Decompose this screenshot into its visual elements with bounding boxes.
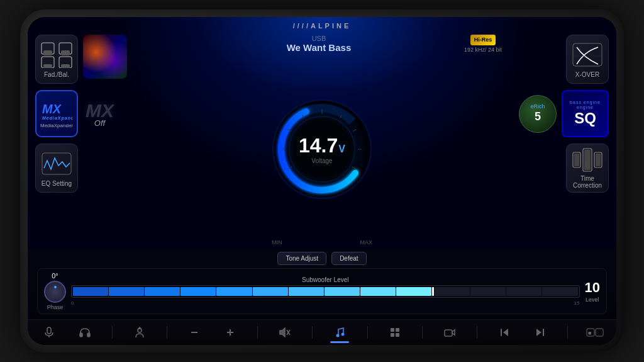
svg-rect-3 bbox=[61, 50, 70, 55]
seg-14 bbox=[506, 287, 541, 296]
screen: ////ALPINE bbox=[28, 17, 616, 345]
eq-setting-button[interactable]: EQ Setting bbox=[35, 144, 78, 193]
defeat-button[interactable]: Defeat bbox=[331, 252, 366, 265]
erich-label: eRich bbox=[530, 103, 545, 110]
gauge-min-max: MIN MAX bbox=[272, 239, 372, 246]
nav-divider-1 bbox=[112, 326, 113, 339]
tone-defeat-buttons: Tone Adjust Defeat bbox=[277, 252, 366, 265]
seg-12 bbox=[435, 287, 470, 296]
right-panels: X-OVER eRich 5 bass engine engine SQ bbox=[514, 35, 609, 216]
svg-rect-7 bbox=[61, 64, 70, 68]
bass-engine-mode: SQ bbox=[574, 110, 596, 127]
track-info: USB We Want Bass bbox=[287, 35, 352, 53]
track-name: We Want Bass bbox=[287, 42, 352, 53]
track-source: USB bbox=[287, 35, 352, 42]
svg-text:MX: MX bbox=[42, 102, 62, 116]
mx-icon-text: MX MediaXpander bbox=[41, 99, 72, 123]
seg-5 bbox=[216, 287, 252, 296]
tone-adjust-button[interactable]: Tone Adjust bbox=[277, 252, 326, 265]
nav-mute-icon[interactable] bbox=[276, 324, 294, 341]
nav-grid-icon[interactable] bbox=[386, 324, 404, 341]
svg-rect-51 bbox=[396, 333, 399, 337]
bass-engine-button[interactable]: bass engine engine SQ bbox=[562, 90, 609, 137]
eq-label: EQ Setting bbox=[42, 180, 72, 187]
phase-label: Phase bbox=[47, 304, 64, 310]
nav-settings-icon[interactable]: ■ bbox=[586, 324, 604, 341]
nav-cam-icon[interactable] bbox=[441, 324, 458, 341]
nav-minus-icon[interactable] bbox=[186, 324, 203, 341]
gauge-number: 14.7 bbox=[299, 134, 338, 157]
level-display: 10 Level bbox=[585, 280, 600, 303]
xover-area: X-OVER bbox=[514, 35, 609, 84]
svg-rect-59 bbox=[596, 329, 603, 336]
svg-rect-48 bbox=[391, 328, 394, 332]
gauge-min: MIN bbox=[272, 239, 282, 246]
nav-skip-next-icon[interactable] bbox=[531, 324, 549, 341]
seg-8 bbox=[325, 287, 360, 296]
phase-knob-circle[interactable] bbox=[44, 281, 66, 303]
seg-4 bbox=[180, 287, 216, 296]
xover-button[interactable]: X-OVER bbox=[566, 35, 609, 84]
center-top-row: USB We Want Bass Hi-Res 192 kHz/ 24 bit bbox=[142, 35, 502, 53]
mx-off-area: MX Off bbox=[86, 100, 114, 128]
mediaxpander-button[interactable]: MX MediaXpander MediaXpander bbox=[35, 90, 78, 137]
seg-9 bbox=[360, 287, 396, 296]
svg-text:■: ■ bbox=[588, 330, 591, 336]
nav-divider-6 bbox=[422, 326, 423, 339]
gauge-value-display: 14.7 V Voltage bbox=[299, 134, 345, 164]
nav-skip-prev-icon[interactable] bbox=[496, 324, 513, 341]
nav-headphone-icon[interactable] bbox=[76, 324, 94, 341]
album-art[interactable] bbox=[83, 35, 127, 79]
time-correction-label: Time Correction bbox=[572, 175, 603, 189]
slider-segments bbox=[72, 286, 579, 297]
level-label: Level bbox=[586, 297, 599, 303]
slider-handle bbox=[432, 287, 434, 296]
phase-knob: 0° Phase bbox=[44, 272, 66, 310]
sub-title: Subwoofer Level bbox=[71, 276, 580, 283]
svg-rect-1 bbox=[43, 50, 52, 55]
sub-slider-bar[interactable] bbox=[71, 285, 580, 298]
erich-button[interactable]: eRich 5 bbox=[519, 95, 557, 133]
svg-text:MediaXpander: MediaXpander bbox=[42, 116, 72, 121]
slider-min-label: 0 bbox=[71, 300, 74, 306]
svg-marker-43 bbox=[280, 328, 285, 337]
tone-defeat-row: Tone Adjust Defeat bbox=[37, 252, 607, 265]
brand-logo: ////ALPINE bbox=[293, 22, 352, 30]
center-col: USB We Want Bass Hi-Res 192 kHz/ 24 bit bbox=[136, 35, 508, 246]
nav-mic-icon[interactable] bbox=[40, 324, 58, 341]
slider-max-label: 15 bbox=[574, 300, 580, 306]
gauge-container: 14.7 V Voltage bbox=[269, 96, 375, 203]
seg-3 bbox=[145, 287, 180, 296]
xover-label: X-OVER bbox=[575, 71, 599, 78]
svg-rect-50 bbox=[391, 333, 394, 337]
fad-bal-button[interactable]: Fad./Bal. bbox=[35, 35, 78, 84]
svg-rect-49 bbox=[396, 328, 399, 332]
left-panels: Fad./Bal. MX MediaXpander bbox=[35, 35, 130, 216]
nav-divider-7 bbox=[477, 326, 477, 339]
svg-rect-33 bbox=[47, 327, 51, 334]
device-frame: ////ALPINE bbox=[20, 9, 624, 353]
slider-labels: 0 15 bbox=[71, 300, 580, 306]
phase-value: 0° bbox=[52, 272, 58, 280]
level-value: 10 bbox=[585, 280, 600, 296]
svg-marker-39 bbox=[138, 327, 141, 329]
time-correction-button[interactable]: Time Correction bbox=[566, 144, 609, 193]
svg-rect-32 bbox=[596, 154, 601, 166]
svg-rect-30 bbox=[584, 150, 591, 170]
mx-area: MX MediaXpander MediaXpander MX Off bbox=[35, 90, 130, 137]
seg-6 bbox=[253, 287, 288, 296]
xover-icon bbox=[569, 40, 606, 69]
svg-rect-52 bbox=[445, 330, 452, 336]
nav-music-icon[interactable] bbox=[331, 324, 348, 341]
hires-area: Hi-Res 192 kHz/ 24 bit bbox=[464, 35, 502, 53]
seg-7 bbox=[289, 287, 324, 296]
svg-rect-28 bbox=[574, 154, 579, 166]
seg-2 bbox=[109, 287, 144, 296]
svg-point-46 bbox=[336, 334, 340, 337]
nav-arrow-icon[interactable] bbox=[131, 324, 148, 341]
nav-divider-4 bbox=[312, 326, 313, 339]
erich-value: 5 bbox=[530, 110, 545, 124]
nav-plus-icon[interactable] bbox=[221, 324, 239, 341]
time-correction-icon bbox=[569, 147, 606, 173]
bass-engine-top-label: bass engine bbox=[570, 100, 601, 105]
